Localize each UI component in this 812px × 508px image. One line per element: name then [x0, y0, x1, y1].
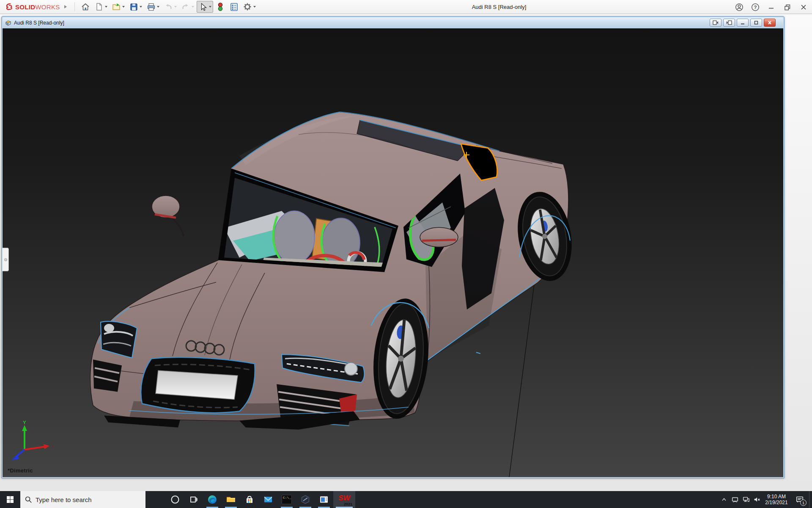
cortana-icon	[170, 495, 180, 504]
taskbar-clock[interactable]: 9:10 AM 2/19/2021	[763, 494, 790, 505]
app-title: Audi R8 S [Read-only]	[472, 0, 527, 14]
car-model-audi-r8	[3, 28, 783, 477]
restore-button[interactable]	[782, 2, 793, 13]
minimize-button[interactable]	[765, 2, 777, 13]
taskbar-app-task-view[interactable]	[184, 491, 203, 508]
taskbar: C:\_ SW 2021	[0, 491, 812, 508]
ethernet-network-icon	[742, 496, 750, 503]
select-button[interactable]	[197, 1, 213, 13]
login-button[interactable]	[733, 2, 745, 13]
print-icon	[146, 2, 156, 11]
quick-access-toolbar	[79, 1, 258, 13]
display-sync-icon	[731, 496, 739, 503]
open-icon	[112, 2, 121, 11]
undo-icon	[164, 2, 173, 11]
open-button[interactable]	[110, 1, 126, 13]
document-title: Audi R8 S [Read-only]	[14, 20, 64, 26]
select-dropdown-arrow[interactable]	[209, 6, 211, 8]
new-document-button[interactable]	[93, 1, 109, 13]
clock-time: 9:10 AM	[763, 494, 790, 500]
document-window: Audi R8 S [Read-only]	[1, 16, 785, 478]
taskbar-app-solidworks[interactable]: SW 2021	[333, 491, 355, 508]
document-titlebar[interactable]: Audi R8 S [Read-only]	[3, 17, 783, 28]
command-prompt-label: C:\	[283, 496, 289, 500]
options-button[interactable]	[241, 1, 258, 13]
news-app-icon	[319, 494, 329, 505]
minimize-icon	[767, 3, 776, 11]
redo-icon	[181, 2, 190, 11]
brand-works: WORKS	[35, 3, 60, 11]
show-desktop-button[interactable]	[809, 491, 812, 508]
taskbar-app-store[interactable]	[240, 491, 259, 508]
open-dropdown-arrow[interactable]	[122, 6, 125, 8]
menu-expand-arrow-icon[interactable]	[64, 5, 67, 8]
splitter-knob-icon	[4, 258, 7, 261]
close-button[interactable]	[798, 2, 809, 13]
screen: SOLIDWORKS	[0, 0, 812, 508]
options-dropdown-arrow[interactable]	[253, 6, 256, 8]
app-titlebar[interactable]: SOLIDWORKS	[0, 0, 812, 14]
taskbar-app-command-prompt[interactable]: C:\_	[277, 491, 296, 508]
start-button[interactable]	[0, 491, 20, 508]
pane-right-button[interactable]	[723, 19, 735, 27]
pane-left-icon	[713, 20, 719, 25]
edge-icon	[207, 494, 217, 505]
svg-text:?: ?	[754, 5, 757, 10]
file-properties-icon	[229, 2, 239, 11]
search-input[interactable]	[36, 496, 133, 503]
document-window-controls	[710, 19, 776, 27]
tray-chevron-button[interactable]	[719, 491, 730, 508]
account-icon	[735, 3, 744, 12]
undo-button[interactable]	[162, 1, 178, 13]
save-icon	[129, 2, 138, 11]
select-cursor-icon	[198, 2, 208, 11]
feature-panel-splitter-handle[interactable]	[3, 248, 9, 271]
print-dropdown-arrow[interactable]	[157, 6, 159, 8]
windows-logo-icon	[6, 496, 14, 503]
new-document-icon	[94, 2, 104, 11]
save-button[interactable]	[127, 1, 144, 13]
new-dropdown-arrow[interactable]	[105, 6, 107, 8]
taskbar-app-file-explorer[interactable]	[222, 491, 240, 508]
taskbar-app-edge[interactable]	[203, 491, 222, 508]
undo-dropdown-arrow	[174, 6, 177, 8]
pane-left-button[interactable]	[710, 19, 721, 27]
taskbar-app-cortana[interactable]	[166, 491, 184, 508]
print-button[interactable]	[145, 1, 161, 13]
taskbar-search[interactable]	[20, 491, 145, 508]
brand-wordmark: SOLIDWORKS	[15, 3, 60, 11]
notification-badge: 1	[800, 500, 807, 506]
command-prompt-icon: C:\_	[282, 495, 292, 504]
volume-muted-icon	[753, 496, 761, 503]
redo-button[interactable]	[179, 1, 196, 13]
save-dropdown-arrow[interactable]	[140, 6, 142, 8]
system-tray: 9:10 AM 2/19/2021 1	[719, 491, 812, 508]
doc-close-button[interactable]	[764, 19, 776, 27]
restore-icon	[783, 3, 792, 11]
triad-y-label: Y	[23, 420, 26, 425]
3d-viewport[interactable]: Y x *Dimetric	[3, 28, 783, 477]
taskbar-app-news[interactable]	[315, 491, 333, 508]
file-properties-button[interactable]	[228, 1, 240, 13]
taskbar-app-hexagon[interactable]	[296, 491, 315, 508]
tray-network-button[interactable]	[741, 491, 752, 508]
help-icon: ?	[751, 3, 760, 12]
rebuild-button[interactable]	[214, 1, 227, 13]
solidworks-year: 2021	[344, 502, 352, 506]
redo-dropdown-arrow	[192, 6, 194, 8]
solidworks-letters: SW	[338, 494, 351, 502]
file-explorer-icon	[226, 494, 236, 505]
reference-triad: Y x	[8, 420, 59, 464]
taskbar-app-mail[interactable]	[259, 491, 277, 508]
clock-date: 2/19/2021	[763, 500, 790, 505]
doc-restore-button[interactable]	[750, 19, 762, 27]
home-button[interactable]	[79, 1, 92, 13]
doc-minimize-button[interactable]	[737, 19, 749, 27]
mail-icon	[263, 494, 273, 505]
home-icon	[81, 2, 90, 11]
view-orientation-label: *Dimetric	[8, 467, 33, 474]
help-button[interactable]: ?	[749, 2, 761, 13]
action-center-button[interactable]: 1	[790, 491, 809, 508]
tray-volume-button[interactable]	[752, 491, 763, 508]
tray-display-sync-button[interactable]	[730, 491, 741, 508]
